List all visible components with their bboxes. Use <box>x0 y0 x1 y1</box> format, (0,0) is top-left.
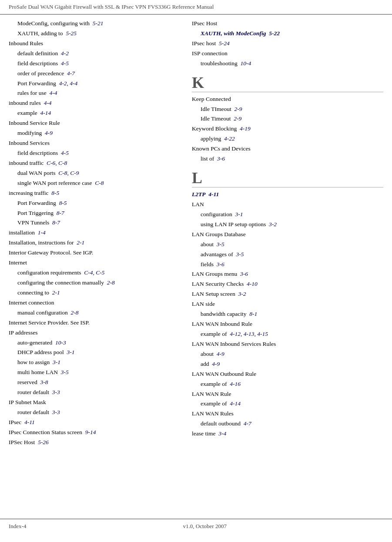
list-item: LAN Setup screen 3-2 <box>192 290 383 299</box>
list-item: XAUTH, with ModeConfig 5-22 <box>192 29 383 38</box>
list-item: default definition 4-2 <box>9 49 179 58</box>
list-item: using LAN IP setup options 3-2 <box>192 220 383 229</box>
list-item: Internet Service Provider. See ISP. <box>9 318 179 328</box>
list-item: Installation, instructions for 2-1 <box>9 238 179 248</box>
list-item: router default 3-3 <box>9 388 179 397</box>
list-item: about 3-5 <box>192 240 383 249</box>
right-column: IPsec HostXAUTH, with ModeConfig 5-22IPs… <box>188 19 383 448</box>
list-item: L2TP 4-11 <box>192 190 383 199</box>
footer-version: v1.0, October 2007 <box>183 523 227 530</box>
list-item: troubleshooting 10-4 <box>192 59 383 68</box>
section-letter-k: K <box>192 74 383 92</box>
list-item: DHCP address pool 3-1 <box>9 348 179 357</box>
list-item: order of precedence 4-7 <box>9 69 179 78</box>
list-item: LAN Groups menu 3-6 <box>192 270 383 279</box>
list-item: auto-generated 10-3 <box>9 338 179 348</box>
list-item: manual configuration 2-8 <box>9 308 179 318</box>
list-item: connecting to 2-1 <box>9 288 179 298</box>
list-item: IPsec Connection Status screen 9-14 <box>9 428 179 437</box>
list-item: Port Triggering 8-7 <box>9 209 179 218</box>
list-item: fields 3-6 <box>192 260 383 269</box>
list-item: multi home LAN 3-5 <box>9 368 179 377</box>
list-item: Inbound Service Rule <box>9 119 179 128</box>
list-item: example 4-14 <box>9 109 179 118</box>
list-item: field descriptions 4-5 <box>9 149 179 158</box>
list-item: Internet <box>9 258 179 268</box>
list-item: modifying 4-9 <box>9 129 179 138</box>
list-item: VPN Tunnels 8-7 <box>9 218 179 228</box>
list-item: IP addresses <box>9 328 179 338</box>
list-item: LAN side <box>192 300 383 309</box>
list-item: bandwidth capacity 8-1 <box>192 310 383 319</box>
list-item: Inbound Services <box>9 139 179 148</box>
page-footer: Index-4 v1.0, October 2007 <box>0 519 392 533</box>
list-item: inbound traffic C-6, C-8 <box>9 159 179 168</box>
list-item: Idle Timeout 2-9 <box>192 114 383 124</box>
list-item: IP Subnet Mask <box>9 398 179 407</box>
list-item: example of 4-14 <box>192 399 383 408</box>
left-column: ModeConfig, configuring with 5-21XAUTH, … <box>9 19 188 448</box>
list-item: LAN WAN Outbound Rule <box>192 370 383 379</box>
list-item: increasing traffic 8-5 <box>9 189 179 198</box>
list-item: configuration requirements C-4, C-5 <box>9 268 179 278</box>
list-item: single WAN port reference case C-8 <box>9 179 179 188</box>
list-item: Port Forwarding 4-2, 4-4 <box>9 79 179 88</box>
list-item: LAN <box>192 200 383 209</box>
list-item: Known PCs and Devices <box>192 144 383 154</box>
list-item: dual WAN ports C-8, C-9 <box>9 169 179 178</box>
list-item: rules for use 4-4 <box>9 89 179 98</box>
list-item: Inbound Rules <box>9 39 179 48</box>
list-item: example of 4-16 <box>192 380 383 389</box>
list-item: Interior Gateway Protocol. See IGP. <box>9 248 179 258</box>
list-item: router default 3-3 <box>9 408 179 417</box>
list-item: applying 4-22 <box>192 134 383 144</box>
list-item: default outbound 4-7 <box>192 419 383 428</box>
list-item: list of 3-6 <box>192 154 383 164</box>
list-item: advantages of 3-5 <box>192 250 383 259</box>
list-item: ISP connection <box>192 49 383 58</box>
list-item: ModeConfig, configuring with 5-21 <box>9 19 179 28</box>
list-item: LAN WAN Inbound Rule <box>192 320 383 329</box>
page-header: ProSafe Dual WAN Gigabit Firewall with S… <box>0 0 392 15</box>
footer-index: Index-4 <box>9 523 26 530</box>
list-item: add 4-9 <box>192 360 383 369</box>
list-item: LAN Security Checks 4-10 <box>192 280 383 289</box>
section-letter-l: L <box>192 169 383 187</box>
list-item: field descriptions 4-5 <box>9 59 179 68</box>
list-item: Keep Connected <box>192 95 383 104</box>
list-item: configuration 3-1 <box>192 210 383 219</box>
list-item: Keyword Blocking 4-19 <box>192 124 383 134</box>
list-item: LAN WAN Inbound Services Rules <box>192 340 383 349</box>
list-item: IPsec 4-11 <box>9 418 179 427</box>
list-item: Idle TImeout 2-9 <box>192 105 383 114</box>
list-item: lease time 3-4 <box>192 429 383 438</box>
list-item: LAN WAN Rule <box>192 390 383 399</box>
list-item: installation 1-4 <box>9 228 179 238</box>
list-item: how to assign 3-1 <box>9 358 179 367</box>
list-item: XAUTH, adding to 5-25 <box>9 29 179 38</box>
list-item: IPsec Host <box>192 19 383 28</box>
list-item: Port Forwarding 8-5 <box>9 199 179 208</box>
list-item: LAN WAN Rules <box>192 409 383 418</box>
list-item: IPSec Host 5-26 <box>9 438 179 447</box>
list-item: example of 4-12, 4-13, 4-15 <box>192 330 383 339</box>
list-item: IPsec host 5-24 <box>192 39 383 48</box>
list-item: reserved 3-8 <box>9 378 179 387</box>
list-item: LAN Groups Database <box>192 230 383 239</box>
header-title: ProSafe Dual WAN Gigabit Firewall with S… <box>9 3 214 10</box>
list-item: Internet connection <box>9 298 179 308</box>
list-item: inbound rules 4-4 <box>9 99 179 108</box>
list-item: configuring the connection manually 2-8 <box>9 278 179 288</box>
list-item: about 4-9 <box>192 350 383 359</box>
